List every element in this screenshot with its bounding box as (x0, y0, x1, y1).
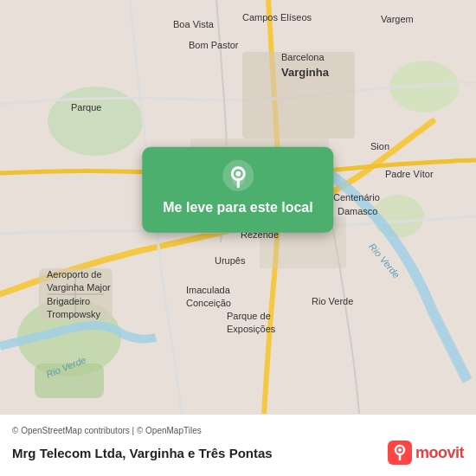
app: Boa Vista Campos Elíseos Vargem Bom Past… (0, 0, 476, 476)
moovit-text: moovit (415, 444, 464, 462)
place-name: Mrg Telecom Ltda, Varginha e Três Pontas (12, 446, 273, 460)
moovit-logo: moovit (388, 441, 464, 465)
map-attribution: © OpenStreetMap contributors | © OpenMap… (12, 426, 464, 435)
svg-rect-15 (388, 441, 412, 465)
place-name-row: Mrg Telecom Ltda, Varginha e Três Pontas… (12, 441, 464, 465)
svg-rect-6 (242, 52, 355, 138)
popup-label: Me leve para este local (163, 199, 312, 217)
svg-point-17 (398, 448, 402, 452)
popup-card[interactable]: Me leve para este local (142, 147, 333, 233)
location-pin-icon (222, 159, 254, 192)
svg-point-14 (235, 171, 241, 177)
bottom-bar: © OpenStreetMap contributors | © OpenMap… (0, 414, 476, 476)
svg-rect-3 (35, 363, 104, 398)
moovit-icon (388, 441, 412, 465)
map-container[interactable]: Boa Vista Campos Elíseos Vargem Bom Past… (0, 0, 476, 414)
